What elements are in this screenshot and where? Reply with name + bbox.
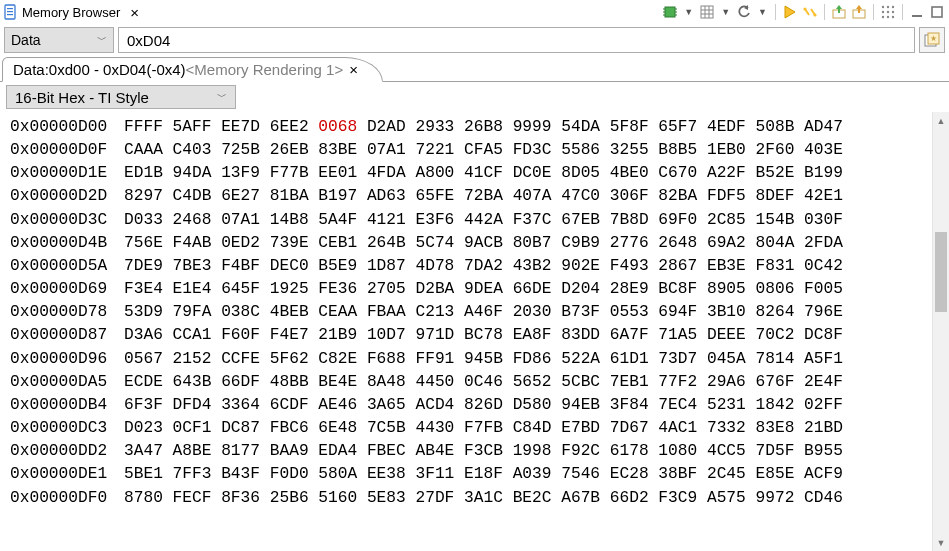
- memory-word[interactable]: 13F9: [221, 164, 260, 182]
- memory-word[interactable]: CEAA: [318, 303, 357, 321]
- memory-word[interactable]: 65FE: [415, 187, 454, 205]
- memory-word[interactable]: 6F3F: [124, 396, 163, 414]
- memory-word[interactable]: 6EE2: [270, 118, 309, 136]
- memory-word[interactable]: 4EDF: [707, 118, 746, 136]
- memory-word[interactable]: 2648: [658, 234, 697, 252]
- memory-word[interactable]: 42E1: [804, 187, 843, 205]
- memory-word[interactable]: FBEC: [367, 442, 406, 460]
- memory-word[interactable]: F831: [756, 257, 795, 275]
- memory-word[interactable]: CEB1: [318, 234, 357, 252]
- memory-word[interactable]: 2152: [173, 350, 212, 368]
- memory-word[interactable]: A67B: [561, 489, 600, 507]
- memory-word[interactable]: 1842: [756, 396, 795, 414]
- memory-word[interactable]: 02FF: [804, 396, 843, 414]
- memory-word[interactable]: EC28: [610, 465, 649, 483]
- memory-word[interactable]: 5F8F: [610, 118, 649, 136]
- memory-word[interactable]: 7DE9: [124, 257, 163, 275]
- memory-word[interactable]: 77F2: [658, 373, 697, 391]
- memory-word[interactable]: 580A: [318, 465, 357, 483]
- memory-word[interactable]: 1D87: [367, 257, 406, 275]
- memory-word[interactable]: BC8F: [658, 280, 697, 298]
- memory-word[interactable]: F37C: [513, 211, 552, 229]
- memory-word[interactable]: FFFF: [124, 118, 163, 136]
- memory-word[interactable]: 41CF: [464, 164, 503, 182]
- memory-word[interactable]: 6CDF: [270, 396, 309, 414]
- memory-word[interactable]: E18F: [464, 465, 503, 483]
- memory-word[interactable]: 70C2: [756, 326, 795, 344]
- memory-word[interactable]: F3C9: [658, 489, 697, 507]
- memory-word[interactable]: 7546: [561, 465, 600, 483]
- memory-word[interactable]: 54DA: [561, 118, 600, 136]
- memory-word[interactable]: 07A1: [221, 211, 260, 229]
- memory-word[interactable]: 7C5B: [367, 419, 406, 437]
- memory-word[interactable]: 1998: [513, 442, 552, 460]
- memory-word[interactable]: 676F: [756, 373, 795, 391]
- memory-word[interactable]: 945B: [464, 350, 503, 368]
- memory-word[interactable]: A575: [707, 489, 746, 507]
- memory-word[interactable]: 4450: [415, 373, 454, 391]
- memory-word[interactable]: 6A7F: [610, 326, 649, 344]
- maximize-icon[interactable]: [929, 4, 945, 20]
- memory-word[interactable]: A46F: [464, 303, 503, 321]
- memory-word[interactable]: 030F: [804, 211, 843, 229]
- memory-word[interactable]: C213: [415, 303, 454, 321]
- memory-word[interactable]: 0CF1: [173, 419, 212, 437]
- memory-word[interactable]: 2468: [173, 211, 212, 229]
- memory-word[interactable]: C403: [173, 141, 212, 159]
- memory-word[interactable]: F688: [367, 350, 406, 368]
- memory-word[interactable]: 4430: [415, 419, 454, 437]
- new-rendering-button[interactable]: ★: [919, 27, 945, 53]
- memory-word[interactable]: 94EB: [561, 396, 600, 414]
- memory-word[interactable]: 4D78: [415, 257, 454, 275]
- memory-word[interactable]: 94DA: [173, 164, 212, 182]
- memory-word[interactable]: F7FB: [464, 419, 503, 437]
- memory-word[interactable]: 27DF: [415, 489, 454, 507]
- memory-word[interactable]: 3364: [221, 396, 260, 414]
- memory-word[interactable]: 739E: [270, 234, 309, 252]
- memory-word[interactable]: 7332: [707, 419, 746, 437]
- memory-word[interactable]: 3A65: [367, 396, 406, 414]
- memory-word[interactable]: B197: [318, 187, 357, 205]
- memory-word[interactable]: EE38: [367, 465, 406, 483]
- rendering-tab[interactable]: Data:0xd00 - 0xD04(-0x4) <Memory Renderi…: [2, 57, 383, 82]
- memory-word[interactable]: 65F7: [658, 118, 697, 136]
- memory-word[interactable]: CFA5: [464, 141, 503, 159]
- import-icon[interactable]: [831, 4, 847, 20]
- memory-word[interactable]: 26B8: [464, 118, 503, 136]
- memory-word[interactable]: 403E: [804, 141, 843, 159]
- memory-word[interactable]: 5A4F: [318, 211, 357, 229]
- memory-word[interactable]: EE01: [318, 164, 357, 182]
- memory-word[interactable]: 9DEA: [464, 280, 503, 298]
- memory-word[interactable]: 0806: [756, 280, 795, 298]
- memory-word[interactable]: D2AD: [367, 118, 406, 136]
- memory-word[interactable]: BE2C: [513, 489, 552, 507]
- memory-word[interactable]: 9ACB: [464, 234, 503, 252]
- memory-word[interactable]: 756E: [124, 234, 163, 252]
- memory-word[interactable]: A5F1: [804, 350, 843, 368]
- memory-word[interactable]: 80B7: [513, 234, 552, 252]
- memory-word[interactable]: 67EB: [561, 211, 600, 229]
- memory-word[interactable]: 2C85: [707, 211, 746, 229]
- memory-word[interactable]: 1925: [270, 280, 309, 298]
- memory-word[interactable]: FBC6: [270, 419, 309, 437]
- memory-word[interactable]: E3F6: [415, 211, 454, 229]
- memory-word[interactable]: 4CC5: [707, 442, 746, 460]
- memory-word[interactable]: 9972: [756, 489, 795, 507]
- memory-word[interactable]: 5E83: [367, 489, 406, 507]
- memory-word[interactable]: 6178: [610, 442, 649, 460]
- memory-word[interactable]: 407A: [513, 187, 552, 205]
- memory-word[interactable]: F3CB: [464, 442, 503, 460]
- memory-word[interactable]: C84D: [513, 419, 552, 437]
- memory-word[interactable]: 971D: [415, 326, 454, 344]
- memory-word[interactable]: 725B: [221, 141, 260, 159]
- memory-word[interactable]: 1080: [658, 442, 697, 460]
- memory-word[interactable]: 7221: [415, 141, 454, 159]
- memory-word[interactable]: 7814: [756, 350, 795, 368]
- memory-word[interactable]: 69A2: [707, 234, 746, 252]
- memory-word[interactable]: 3F84: [610, 396, 649, 414]
- memory-word[interactable]: 29A6: [707, 373, 746, 391]
- memory-word[interactable]: 28E9: [610, 280, 649, 298]
- memory-word[interactable]: 6E27: [221, 187, 260, 205]
- memory-word[interactable]: 0553: [610, 303, 649, 321]
- memory-word[interactable]: 8297: [124, 187, 163, 205]
